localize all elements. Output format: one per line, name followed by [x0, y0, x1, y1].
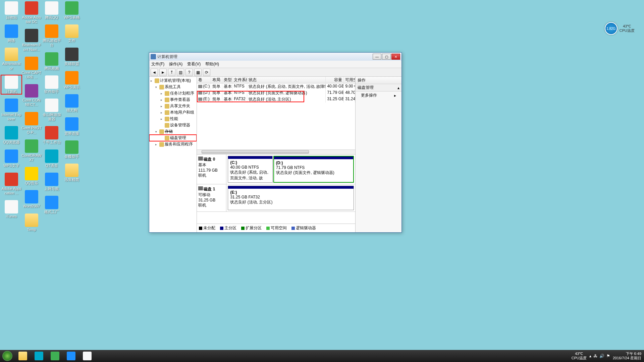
tray-flag-icon[interactable]: ⚑ [606, 354, 610, 358]
tree-node[interactable]: ▸计算机管理(本地) [149, 77, 197, 84]
disk-info[interactable]: 磁盘 0基本111.79 GB联机 [197, 155, 226, 184]
expand-icon[interactable]: ▾ [155, 85, 159, 89]
desktop-icon[interactable]: 英雄联盟 [62, 48, 82, 66]
desktop-icon[interactable]: Bitstream Font Navi... [21, 29, 42, 52]
expand-icon[interactable]: ▸ [161, 92, 164, 95]
desktop-icon[interactable]: WPS表格 [62, 1, 82, 20]
desktop-icon[interactable]: 格式工厂 [42, 196, 62, 214]
menu-item[interactable]: 操作(A) [169, 61, 182, 67]
column-header[interactable]: 容量 [326, 77, 344, 83]
expand-icon[interactable]: ▸ [161, 111, 164, 114]
taskbar-item[interactable] [80, 351, 95, 361]
desktop-icon[interactable]: 千牛工作台 [42, 126, 62, 144]
desktop-icon[interactable]: QQ音乐 [21, 167, 42, 185]
desktop-icon[interactable]: 网络 [1, 24, 21, 43]
volume-table[interactable]: 卷布局类型文件系统状态容量可用空 (C:)简单基本NTFS状态良好 (系统, 启… [197, 77, 355, 155]
show-hide-tree-button[interactable]: ▥ [177, 69, 184, 76]
maximize-button[interactable]: ▢ [382, 54, 391, 60]
taskbar-item[interactable] [64, 351, 78, 361]
tree-node[interactable]: 磁盘管理 [149, 135, 197, 141]
desktop-icon[interactable]: Administrator [1, 48, 21, 70]
desktop-icon[interactable]: WPS演示 [62, 71, 82, 89]
desktop-icon[interactable]: 腾讯游戏平台 [42, 24, 62, 47]
table-row[interactable]: (C:)简单基本NTFS状态良好 (系统, 启动, 页面文件, 活动, 故障转储… [197, 83, 355, 90]
tree-pane[interactable]: ▸计算机管理(本地)▾系统工具▸任务计划程序▸事件查看器▸共享文件夹▸本地用户和… [149, 77, 197, 232]
refresh-button[interactable]: ⟳ [203, 69, 210, 76]
desktop-icon[interactable]: Temp [21, 214, 42, 232]
desktop-icon[interactable]: Word2007 [21, 190, 42, 208]
column-header[interactable]: 布局 [211, 77, 222, 83]
desktop-icon[interactable]: 计算机 [1, 75, 21, 94]
tray-clock[interactable]: 下午 6:492016/7/24 星期日 [613, 352, 641, 360]
desktop-icon[interactable]: iTunes [1, 200, 21, 219]
desktop-icon[interactable]: 宽带连接 [62, 117, 82, 136]
expand-icon[interactable]: ▸ [161, 105, 164, 108]
expand-icon[interactable]: ▸ [151, 79, 154, 82]
partition[interactable]: (E:)31.25 GB FAT32状态良好 (活动, 主分区) [228, 186, 354, 210]
expand-icon[interactable]: ▸ [155, 143, 159, 146]
tray-cpu-temp[interactable]: 43℃CPU温度 [572, 352, 587, 360]
expand-icon[interactable]: ▸ [161, 117, 164, 121]
column-header[interactable]: 文件系统 [232, 77, 247, 83]
tree-node[interactable]: ▸本地用户和组 [149, 109, 197, 116]
desktop-icon[interactable]: 软件助手 [42, 75, 62, 94]
desktop-icon[interactable]: 腾讯视频 [42, 52, 62, 71]
disk-graphical-view[interactable]: 磁盘 0基本111.79 GB联机(C:)40.00 GB NTFS状态良好 (… [197, 155, 355, 224]
tray-network-icon[interactable]: 🖧 [593, 354, 597, 358]
tree-node[interactable]: 设备管理器 [149, 122, 197, 128]
column-header[interactable]: 卷 [197, 77, 211, 83]
desktop-icon[interactable]: CorelDRAW X7 [21, 139, 42, 162]
volume-header[interactable]: 卷布局类型文件系统状态容量可用空 [197, 77, 355, 83]
desktop-icon[interactable]: 金山网游加速器 [42, 99, 62, 121]
taskbar-item[interactable] [32, 351, 46, 361]
desktop-icon[interactable]: QT语音 [42, 149, 62, 168]
tree-node[interactable]: ▸服务和应用程序 [149, 141, 197, 147]
tree-node[interactable]: ▸事件查看器 [149, 97, 197, 103]
desktop-icon[interactable]: QQ浏览器 [1, 126, 21, 144]
tree-node[interactable]: ▸性能 [149, 116, 197, 122]
help-button[interactable]: ? [185, 69, 193, 76]
desktop-icon[interactable]: Internet Explorer [1, 99, 21, 121]
system-tray[interactable]: 43℃CPU温度 ▴ 🖧 🔊 ⚑ 下午 6:492016/7/24 星期日 [569, 352, 644, 360]
desktop-icon[interactable]: Corel CAPTURE ... [21, 57, 42, 79]
close-button[interactable]: ✕ [391, 54, 400, 60]
desktop-icon[interactable]: Adobe Application ... [1, 173, 21, 195]
expand-icon[interactable]: ▾ [155, 130, 159, 133]
desktop-icon[interactable]: 上网导航 [42, 173, 62, 191]
menu-item[interactable]: 帮助(H) [205, 61, 219, 67]
desktop-icon[interactable]: 迅雷精简 [62, 164, 82, 182]
desktop-icon[interactable]: 回收站 [1, 1, 21, 20]
horizontal-scrollbar[interactable] [197, 149, 355, 154]
desktop-icon[interactable]: 金蝶助手 [62, 140, 82, 159]
desktop-icon[interactable]: 猎犬狗 [62, 94, 82, 113]
table-row[interactable]: (D:)简单基本NTFS状态良好 (页面文件, 逻辑驱动器)71.79 GB48… [197, 90, 355, 96]
column-header[interactable]: 状态 [247, 77, 326, 83]
tree-node[interactable]: ▾存储 [149, 128, 197, 135]
menu-item[interactable]: 查看(V) [187, 61, 201, 67]
tray-expand-icon[interactable]: ▴ [589, 354, 591, 358]
nav-forward-button[interactable]: ► [159, 69, 167, 76]
view-button[interactable]: ▦ [194, 69, 202, 76]
tray-icons[interactable]: ▴ 🖧 🔊 ⚑ [589, 354, 610, 358]
desktop-icon[interactable]: Corel PHOTO-P... [21, 112, 42, 135]
desktop-icon[interactable]: Adobe Acrobat DC [21, 1, 42, 24]
disk-info[interactable]: 磁盘 1可移动31.25 GB联机 [197, 184, 226, 212]
tray-volume-icon[interactable]: 🔊 [599, 354, 604, 358]
minimize-button[interactable]: — [373, 54, 381, 60]
taskbar-item[interactable] [15, 351, 30, 361]
column-header[interactable]: 类型 [222, 77, 232, 83]
menu-item[interactable]: 文件(F) [151, 61, 164, 67]
partition[interactable]: (D:)71.79 GB NTFS状态良好 (页面文件, 逻辑驱动器) [273, 156, 354, 183]
titlebar[interactable]: 计算机管理 — ▢ ✕ [149, 53, 401, 61]
expand-icon[interactable]: ▸ [161, 98, 164, 102]
actions-section[interactable]: 磁盘管理▴ [356, 84, 401, 92]
taskbar-item[interactable] [48, 351, 62, 361]
table-row[interactable]: (E:)简单基本FAT32状态良好 (活动, 主分区)31.25 GB31.24 [197, 96, 355, 103]
desktop-icon[interactable]: Corel CONNECT... [21, 84, 42, 107]
cpu-widget[interactable]: 1.82G 43℃ CPU温度 [605, 22, 635, 35]
tree-node[interactable]: ▸任务计划程序 [149, 90, 197, 97]
desktop-icon[interactable]: WPS文字 [1, 149, 21, 168]
desktop-icon[interactable]: 腾讯QQ [42, 1, 62, 20]
tree-node[interactable]: ▾系统工具 [149, 84, 197, 90]
nav-back-button[interactable]: ◄ [151, 69, 158, 76]
